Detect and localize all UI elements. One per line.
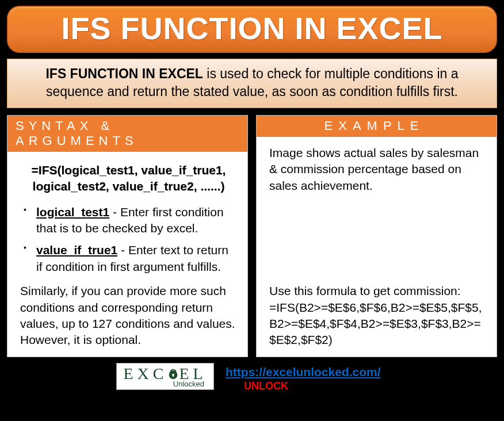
example-image-placeholder (269, 200, 486, 283)
lock-icon (166, 367, 180, 381)
footer-link[interactable]: https://excelunlocked.com/ (226, 365, 381, 378)
description-text-2: sequence and return the stated value, as… (46, 84, 458, 99)
logo-text-mid: C (153, 366, 168, 382)
argument-item: value_if_true1 - Enter text to return if… (24, 242, 237, 275)
argument-item: logical_test1 - Enter first condition th… (24, 204, 237, 237)
footer-links: https://excelunlocked.com/ UNLOCK (226, 363, 381, 392)
description-text-1: is used to check for multiple conditions… (203, 66, 459, 81)
syntax-body: =IFS(logical_test1, value_if_true1, logi… (7, 152, 247, 356)
footer: EXC EL Unlocked https://excelunlocked.co… (7, 363, 497, 392)
logo-subtext: Unlocked (173, 380, 208, 388)
logo: EXC EL Unlocked (116, 363, 214, 390)
description-box: IFS FUNCTION IN EXCEL is used to check f… (7, 59, 497, 108)
page-title: IFS FUNCTION IN EXCEL (8, 10, 496, 46)
logo-text-pre: EX (123, 366, 152, 382)
title-bar: IFS FUNCTION IN EXCEL (7, 6, 497, 53)
arg-name: value_if_true1 (36, 243, 117, 257)
footer-unlock: UNLOCK (226, 380, 381, 392)
example-formula: =IFS(B2>=$E$6,$F$6,B2>=$E$5,$F$5,B2>=$E$… (269, 300, 486, 349)
syntax-note: Similarly, if you can provide more such … (20, 283, 237, 348)
argument-list: logical_test1 - Enter first condition th… (20, 204, 237, 275)
syntax-card: SYNTAX & ARGUMENTS =IFS(logical_test1, v… (7, 115, 248, 357)
syntax-formula: =IFS(logical_test1, value_if_true1, logi… (20, 160, 237, 204)
example-body: Image shows actual sales by salesman & c… (257, 137, 497, 356)
example-intro: Image shows actual sales by salesman & c… (269, 145, 486, 194)
syntax-line-1: =IFS(logical_test1, value_if_true1, (32, 163, 226, 177)
description-lead: IFS FUNCTION IN EXCEL (45, 66, 203, 81)
example-formula-label: Use this formula to get commission: (269, 283, 486, 299)
svg-rect-2 (173, 374, 174, 377)
example-header: EXAMPLE (257, 116, 497, 137)
arg-name: logical_test1 (36, 205, 109, 219)
example-card: EXAMPLE Image shows actual sales by sale… (256, 115, 497, 357)
syntax-line-2: logical_test2, value_if_true2, ......) (33, 179, 225, 193)
example-formula-block: Use this formula to get commission: =IFS… (269, 283, 486, 348)
content-columns: SYNTAX & ARGUMENTS =IFS(logical_test1, v… (7, 115, 497, 357)
syntax-header: SYNTAX & ARGUMENTS (7, 116, 247, 152)
